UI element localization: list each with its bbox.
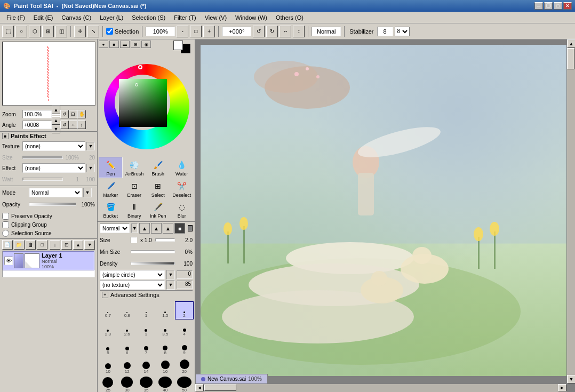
density-track[interactable] bbox=[131, 262, 175, 265]
toolbar-selall[interactable]: ◫ bbox=[55, 26, 67, 37]
toolbar-scale[interactable]: ⤡ bbox=[87, 26, 99, 37]
tool-inkpen[interactable]: 🖋️ Ink Pen bbox=[146, 199, 170, 220]
close-button[interactable]: ✕ bbox=[563, 2, 572, 10]
brush-size-cell-30[interactable]: 30 bbox=[118, 376, 137, 392]
brush-mode-select[interactable]: Normal bbox=[100, 223, 130, 233]
zoom-fit[interactable]: □ bbox=[190, 26, 202, 37]
texture-dropdown2[interactable]: ▼ bbox=[166, 280, 175, 290]
layer-merge-down[interactable]: ↓ bbox=[50, 240, 60, 250]
brush-size-cell-35[interactable]: 35 bbox=[137, 376, 156, 392]
color-mode-2[interactable]: ■ bbox=[109, 41, 119, 48]
zoom-fit2[interactable]: ⊡ bbox=[69, 110, 77, 118]
tool-water[interactable]: 💧 Water bbox=[170, 157, 194, 178]
menu-selection[interactable]: Selection (S) bbox=[127, 13, 170, 22]
angle-up[interactable]: ▲ bbox=[52, 116, 60, 125]
zoom-in[interactable]: + bbox=[203, 26, 215, 37]
layer-delete[interactable]: 🗑 bbox=[26, 240, 36, 250]
brush-size-cell-12[interactable]: 12 bbox=[118, 357, 137, 375]
zoom-input[interactable] bbox=[146, 27, 175, 36]
color-mode-3[interactable]: ▬ bbox=[120, 41, 130, 48]
brush-mode-dropdown[interactable]: ▼ bbox=[131, 223, 138, 233]
selection-source-radio[interactable] bbox=[2, 230, 9, 237]
mode-select[interactable]: Normal bbox=[29, 188, 82, 197]
toolbar-move[interactable]: ✛ bbox=[74, 26, 86, 37]
menu-edit[interactable]: Edit (E) bbox=[29, 13, 58, 22]
angle-flip2[interactable]: ↕ bbox=[77, 121, 86, 129]
fg-swatch[interactable] bbox=[173, 41, 183, 50]
tool-pen[interactable]: ✏️ Pen bbox=[99, 157, 123, 178]
tool-blur[interactable]: ◌ Blur bbox=[170, 199, 194, 220]
menu-canvas[interactable]: Canvas (C) bbox=[58, 13, 96, 22]
effect-browse[interactable]: ▼ bbox=[86, 164, 95, 172]
mode-dropdown[interactable]: ▼ bbox=[83, 188, 92, 197]
zoom-value[interactable] bbox=[22, 110, 52, 118]
brush-size-cell-1.5[interactable]: 1.5 bbox=[156, 301, 174, 319]
selection-checkbox[interactable]: Selection bbox=[106, 28, 139, 35]
color-mode-5[interactable]: ◉ bbox=[141, 41, 151, 48]
menu-file[interactable]: File (F) bbox=[2, 13, 29, 22]
brush-size-cell-2.3[interactable]: 2.3 bbox=[99, 320, 117, 338]
brush-size-cell-1[interactable]: 1 bbox=[137, 301, 156, 319]
minimize-button[interactable]: ─ bbox=[534, 2, 543, 10]
stabilizer-select[interactable]: 8 bbox=[395, 27, 410, 36]
layer-new[interactable]: 📄 bbox=[2, 240, 13, 250]
angle-flip1[interactable]: ↔ bbox=[69, 121, 77, 129]
menu-view[interactable]: View (V) bbox=[201, 13, 231, 22]
brush-size-cell-2[interactable]: 2 bbox=[175, 301, 194, 319]
tool-deselect[interactable]: ✂️ Deselect bbox=[170, 179, 194, 199]
brush-size-cell-40[interactable]: 40 bbox=[156, 376, 174, 392]
hscroll-thumb[interactable] bbox=[204, 385, 236, 391]
brush-flat[interactable]: ▲ bbox=[151, 223, 162, 234]
min-size-track[interactable] bbox=[131, 250, 175, 253]
layer-down2[interactable]: ▼ bbox=[84, 240, 95, 250]
brush-size-cell-4[interactable]: 4 bbox=[175, 320, 194, 338]
toolbar-polygon[interactable]: ⬡ bbox=[29, 26, 41, 37]
watt-track[interactable] bbox=[22, 178, 63, 181]
clipping-group-check[interactable] bbox=[2, 221, 9, 228]
flip-h[interactable]: ↔ bbox=[279, 26, 291, 37]
brush-size-cell-25[interactable]: 25 bbox=[99, 376, 117, 392]
brush-point[interactable]: ▲ bbox=[163, 223, 173, 234]
brush-size-cell-7[interactable]: 7 bbox=[137, 339, 156, 357]
angle-value[interactable] bbox=[22, 121, 52, 129]
layer-eye[interactable]: 👁 bbox=[4, 257, 13, 265]
vscroll-track[interactable] bbox=[567, 48, 575, 375]
vscroll-thumb[interactable] bbox=[567, 48, 574, 69]
opacity-track[interactable] bbox=[29, 203, 76, 206]
shape-select[interactable]: (simple circle) bbox=[100, 270, 165, 279]
color-square[interactable] bbox=[119, 79, 167, 127]
brush-size-cell-16[interactable]: 16 bbox=[156, 357, 174, 375]
flip-v[interactable]: ↕ bbox=[293, 26, 305, 37]
brush-size-cell-20[interactable]: 20 bbox=[175, 357, 194, 375]
layer-item[interactable]: 👁 Layer 1 Normal 100% bbox=[3, 251, 94, 270]
menu-others[interactable]: Others (O) bbox=[271, 13, 308, 22]
advanced-toggle-icon[interactable]: + bbox=[102, 292, 108, 298]
brush-size-cell-9[interactable]: 9 bbox=[175, 339, 194, 357]
brush-size-cell-8[interactable]: 8 bbox=[156, 339, 174, 357]
toolbar-magic[interactable]: ⊞ bbox=[42, 26, 54, 37]
brush-size-cell-0.7[interactable]: 0.7 bbox=[99, 301, 117, 319]
zoom-out[interactable]: - bbox=[177, 26, 188, 37]
layer-up[interactable]: ▲ bbox=[73, 240, 84, 250]
tool-select[interactable]: ⊞ Select bbox=[146, 179, 170, 199]
layer-folder[interactable]: 📁 bbox=[14, 240, 25, 250]
zoom-up[interactable]: ▲ bbox=[52, 106, 60, 114]
color-mode-rgb[interactable]: ● bbox=[99, 41, 108, 48]
painting[interactable] bbox=[201, 45, 566, 376]
toolbar-lasso[interactable]: ○ bbox=[15, 26, 27, 37]
texture-select2[interactable]: (no texture) bbox=[100, 280, 165, 290]
shape-dropdown[interactable]: ▼ bbox=[166, 270, 175, 279]
zoom-hand[interactable]: ✋ bbox=[77, 110, 86, 118]
menu-window[interactable]: Window (W) bbox=[231, 13, 271, 22]
angle-input[interactable] bbox=[222, 27, 251, 36]
hscroll-left[interactable]: ◄ bbox=[195, 384, 204, 391]
brush-size-cell-3[interactable]: 3 bbox=[137, 320, 156, 338]
tool-brush[interactable]: 🖌️ Brush bbox=[146, 157, 170, 178]
rotate-ccw[interactable]: ↺ bbox=[253, 26, 265, 37]
zoom-reset1[interactable]: ↺ bbox=[60, 110, 69, 118]
effect-select[interactable]: (none) bbox=[22, 163, 85, 173]
rotate-cw[interactable]: ↻ bbox=[266, 26, 278, 37]
tool-marker[interactable]: 🖊️ Marker bbox=[99, 179, 123, 199]
angle-reset[interactable]: ↺ bbox=[60, 121, 69, 129]
size-check[interactable] bbox=[131, 237, 137, 243]
